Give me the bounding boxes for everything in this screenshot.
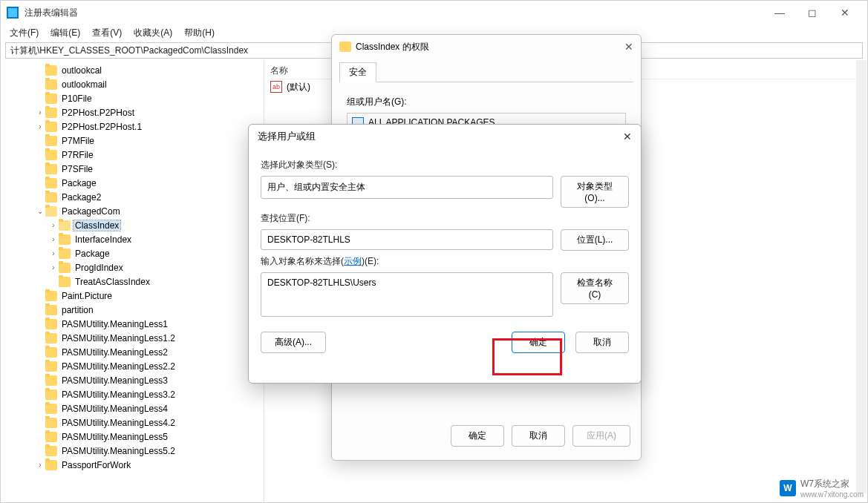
location-label: 查找位置(F): [261,212,629,225]
tree-item-pasmutility-meaningless4[interactable]: PASMUtility.MeaningLess4 [4,401,264,415]
tree-item-label: PASMUtility.MeaningLess1 [60,319,169,329]
folder-icon [45,375,57,386]
folder-icon [59,263,71,273]
permissions-titlebar: ClassIndex 的权限 ✕ [332,35,641,59]
tree-item-label: PASMUtility.MeaningLess4 [60,404,169,414]
tree-item-pasmutility-meaningless3[interactable]: PASMUtility.MeaningLess3 [4,373,264,387]
example-link[interactable]: 示例 [344,256,362,266]
expand-icon[interactable]: › [48,221,59,229]
permissions-title: ClassIndex 的权限 [356,41,624,53]
group-or-user-label: 组或用户名(G): [347,96,626,108]
string-value-icon: ab [270,81,282,93]
expand-icon[interactable]: › [35,122,45,131]
expand-icon[interactable]: › [48,249,59,257]
expand-icon[interactable]: › [48,235,59,243]
tree-item-p7rfile[interactable]: P7RFile [4,148,264,162]
folder-icon [45,432,57,442]
expand-icon[interactable]: › [35,461,45,469]
tree-item-pasmutility-meaningless3-2[interactable]: PASMUtility.MeaningLess3.2 [4,387,264,401]
check-names-button[interactable]: 检查名称(C) [561,272,629,304]
tree-item-pasmutility-meaningless2-2[interactable]: PASMUtility.MeaningLess2.2 [4,359,264,373]
tree-item-p2phost-p2phost-1[interactable]: ›P2PHost.P2PHost.1 [4,119,264,134]
tree-item-p10file[interactable]: P10File [4,91,264,105]
tree-item-paint-picture[interactable]: Paint.Picture [4,289,264,303]
select-user-ok-button[interactable]: 确定 [512,332,565,353]
folder-icon [339,42,351,52]
close-button[interactable]: ✕ [829,1,861,24]
folder-icon [59,220,71,231]
tree-item-interfaceindex[interactable]: ›InterfaceIndex [4,232,264,246]
tree-item-package[interactable]: Package [4,176,264,190]
window-controls: — ◻ ✕ [763,1,861,24]
folder-icon [45,446,57,456]
object-type-button[interactable]: 对象类型(O)... [561,176,629,208]
select-user-dialog: 选择用户或组 ✕ 选择此对象类型(S): 用户、组或内置安全主体 对象类型(O)… [248,124,642,384]
tree-item-partition[interactable]: partition [4,303,264,317]
object-names-input[interactable] [261,272,553,317]
tree-item-package[interactable]: ›Package [4,246,264,260]
folder-icon [45,65,57,76]
expand-icon[interactable]: › [35,108,45,116]
tree-item-p7mfile[interactable]: P7MFile [4,134,264,148]
watermark: W W7系统之家 www.w7xitong.com [780,478,864,499]
registry-tree[interactable]: outlookcaloutlookmailP10File›P2PHost.P2P… [1,60,264,502]
tree-item-pasmutility-meaningless5[interactable]: PASMUtility.MeaningLess5 [4,430,264,444]
tree-item-label: PASMUtility.MeaningLess1.2 [60,333,177,343]
tree-item-label: Package [60,178,98,188]
tree-item-outlookcal[interactable]: outlookcal [4,63,264,77]
folder-icon [59,277,71,287]
expand-icon[interactable]: › [48,263,59,272]
select-user-close-button[interactable]: ✕ [623,131,632,142]
location-button[interactable]: 位置(L)... [561,229,629,251]
tab-security[interactable]: 安全 [339,62,376,82]
tree-item-label: ClassIndex [74,220,120,231]
permissions-close-button[interactable]: ✕ [624,41,633,53]
tree-item-packagedcom[interactable]: ⌄PackagedCom [4,204,264,218]
permissions-apply-button[interactable]: 应用(A) [572,425,630,447]
folder-icon [45,333,57,343]
tree-item-label: PassportForWork [60,460,132,470]
vertical-scrollbar[interactable] [856,60,867,493]
permissions-cancel-button[interactable]: 取消 [512,425,565,447]
menu-help[interactable]: 帮助(H) [180,25,219,41]
tree-item-progidindex[interactable]: ›ProgIdIndex [4,260,264,274]
maximize-button[interactable]: ◻ [796,1,829,24]
menu-edit[interactable]: 编辑(E) [46,25,85,41]
value-name: (默认) [287,81,310,93]
advanced-button[interactable]: 高级(A)... [261,332,326,353]
tree-item-treatasclassindex[interactable]: TreatAsClassIndex [4,274,264,289]
menu-favorites[interactable]: 收藏夹(A) [129,25,177,41]
tree-item-outlookmail[interactable]: outlookmail [4,77,264,91]
tree-item-pasmutility-meaningless2[interactable]: PASMUtility.MeaningLess2 [4,345,264,359]
folder-icon [45,122,57,132]
location-field: DESKTOP-82TLHLS [261,229,553,250]
tree-item-label: Paint.Picture [60,291,114,301]
tree-item-pasmutility-meaningless4-2[interactable]: PASMUtility.MeaningLess4.2 [4,415,264,430]
minimize-button[interactable]: — [763,1,796,24]
watermark-logo: W [780,480,796,496]
tree-item-package2[interactable]: Package2 [4,190,264,204]
menu-file[interactable]: 文件(F) [5,25,43,41]
watermark-url: www.w7xitong.com [800,490,864,499]
tree-item-label: PASMUtility.MeaningLess3 [60,375,169,386]
select-user-cancel-button[interactable]: 取消 [575,332,629,353]
tree-item-pasmutility-meaningless1-2[interactable]: PASMUtility.MeaningLess1.2 [4,331,264,345]
tree-item-label: Package2 [60,192,102,203]
folder-icon [45,150,57,160]
permissions-ok-button[interactable]: 确定 [451,425,504,447]
tree-item-passportforwork[interactable]: ›PassportForWork [4,458,264,472]
tree-item-p2phost-p2phost[interactable]: ›P2PHost.P2PHost [4,105,264,119]
folder-icon [45,319,57,329]
tree-item-pasmutility-meaningless1[interactable]: PASMUtility.MeaningLess1 [4,317,264,331]
menu-view[interactable]: 查看(V) [88,25,126,41]
tree-item-pasmutility-meaningless5-2[interactable]: PASMUtility.MeaningLess5.2 [4,444,264,458]
folder-icon [45,206,57,217]
expand-icon[interactable]: ⌄ [35,207,45,215]
tree-item-p7sfile[interactable]: P7SFile [4,162,264,176]
tree-item-label: PASMUtility.MeaningLess3.2 [60,389,177,400]
tree-item-classindex[interactable]: ›ClassIndex [4,218,264,232]
folder-icon [45,361,57,372]
titlebar: 注册表编辑器 — ◻ ✕ [1,1,867,24]
folder-icon [45,136,57,146]
window-title: 注册表编辑器 [25,7,763,19]
